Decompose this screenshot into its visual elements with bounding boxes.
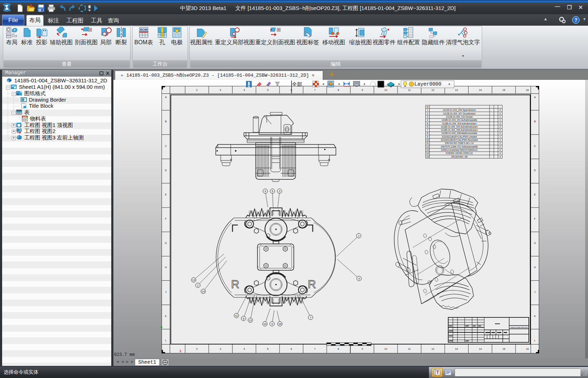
svg-text:3: 3 (220, 89, 221, 91)
svg-text:5: 5 (267, 348, 269, 350)
svg-text:7: 7 (427, 129, 428, 131)
svg-text:E: E (534, 193, 536, 196)
svg-text:OR1500400_N5: OR1500400_N5 (451, 155, 468, 158)
svg-text:H: H (534, 266, 536, 269)
svg-text:14135-01-004_010 Deckel: 14135-01-004_010 Deckel (446, 116, 472, 118)
svg-text:2: 2 (500, 145, 501, 148)
svg-text:13: 13 (455, 89, 458, 91)
svg-text:5: 5 (272, 190, 273, 193)
svg-text:K: K (165, 315, 167, 317)
svg-text:7: 7 (314, 89, 316, 91)
svg-text:6: 6 (243, 317, 244, 320)
svg-text:10: 10 (264, 322, 266, 326)
svg-text:16: 16 (526, 89, 529, 91)
svg-text:1: 1 (358, 234, 359, 237)
svg-text:1: 1 (500, 136, 501, 138)
svg-text:15: 15 (502, 348, 505, 350)
svg-text:1: 1 (427, 109, 428, 111)
svg-text:1: 1 (500, 116, 501, 118)
svg-text:D: D (165, 169, 167, 172)
svg-text:2: 2 (500, 109, 501, 111)
svg-text:2: 2 (197, 284, 199, 287)
svg-text:11: 11 (408, 348, 410, 350)
svg-text:..: .. (500, 106, 501, 108)
svg-text:G: G (165, 242, 167, 244)
svg-text:B: B (534, 120, 536, 123)
svg-text:9: 9 (427, 136, 428, 138)
svg-text:14135-01-004_006 Spannbolzen: 14135-01-004_006 Spannbolzen (443, 109, 476, 112)
svg-text:8: 8 (338, 89, 339, 91)
svg-text:4: 4 (427, 119, 428, 121)
svg-text:12: 12 (431, 348, 434, 350)
svg-text:Id: Id (426, 106, 429, 108)
svg-text:B: B (165, 120, 167, 123)
svg-text:14185-01-004_003 Aufnahmedorn: 14185-01-004_003 Aufnahmedorn (442, 122, 477, 125)
svg-text:BOM: BOM (23, 116, 27, 118)
svg-text:13: 13 (426, 149, 429, 151)
svg-text:7: 7 (310, 316, 311, 319)
svg-text:DIN7979-12M6.702,'tmitGewindeM: DIN7979-12M6.702,'tmitGewindeM6 (441, 145, 478, 148)
svg-text:E: E (165, 193, 167, 196)
svg-text:A: A (534, 96, 536, 98)
svg-text:?: ? (574, 17, 578, 23)
svg-text:9: 9 (362, 89, 363, 91)
svg-text:6: 6 (291, 348, 292, 350)
svg-text:2: 2 (500, 126, 501, 128)
svg-text:11: 11 (235, 314, 238, 317)
svg-text:16: 16 (526, 348, 529, 350)
svg-text:2: 2 (500, 149, 501, 151)
svg-text:14: 14 (479, 89, 482, 91)
svg-text:3: 3 (279, 190, 280, 193)
svg-text:10: 10 (384, 348, 387, 350)
svg-text:DIN912-ersetztdur'NISO4762M4x1: DIN912-ersetztdur'NISO4762M4x10 (441, 149, 478, 151)
svg-text:3: 3 (427, 116, 428, 118)
svg-text:11: 11 (408, 89, 410, 91)
svg-text:14185-01-004_004 Aufnahmebolz: 14185-01-004_004 Aufnahmebolzen (441, 126, 478, 128)
svg-text:2: 2 (500, 142, 501, 144)
svg-text:9: 9 (265, 190, 266, 193)
svg-text:32326311BODYCALIPER-Linksteil: 32326311BODYCALIPER-Linksteil (442, 136, 477, 138)
svg-text:KOENIG HK040-CK55-111: KOENIG HK040-CK55-111 (446, 152, 473, 154)
svg-text:12: 12 (431, 89, 434, 91)
svg-text:8: 8 (338, 348, 339, 350)
svg-text:X: X (179, 349, 181, 353)
svg-text:14185-01-004_001 Aufnahmeplat: 14185-01-004_001 Aufnahmeplatte (441, 119, 477, 122)
svg-text:..: .. (459, 106, 460, 108)
svg-text:15: 15 (278, 322, 281, 326)
svg-text:5: 5 (427, 122, 428, 125)
svg-text:..: .. (491, 106, 492, 108)
svg-text:14185-01-004_008 Abstimnschei: 14185-01-004_008 Abstimnscheibe (441, 132, 477, 135)
svg-text:14185-01-004_ZSBW~326311-312-2: 14185-01-004_ZSBW~326311-312-2D (510, 327, 528, 328)
svg-text:3: 3 (220, 348, 221, 350)
svg-text:15: 15 (426, 155, 429, 158)
svg-text:J: J (165, 291, 167, 293)
svg-text:F: F (534, 218, 536, 220)
svg-text:5: 5 (267, 89, 269, 91)
svg-text:C: C (165, 145, 167, 147)
svg-text:1: 1 (500, 119, 501, 121)
svg-text:2: 2 (196, 348, 198, 350)
svg-text:2: 2 (196, 89, 198, 91)
svg-text:L: L (165, 339, 167, 342)
svg-text:12: 12 (249, 319, 252, 322)
svg-text:K: K (534, 315, 536, 317)
svg-text:2: 2 (427, 112, 428, 115)
svg-text:14135-01-004_007 Druckbolzen: 14135-01-004_007 Druckbolzen (443, 112, 476, 115)
svg-text:4: 4 (500, 152, 501, 154)
svg-text:10: 10 (384, 89, 387, 91)
svg-text:2: 2 (500, 122, 501, 125)
svg-text:..: .. (495, 106, 497, 108)
svg-text:13: 13 (192, 279, 195, 282)
svg-text:R: R (308, 278, 316, 291)
svg-text:13: 13 (455, 348, 458, 350)
svg-text:A: A (165, 96, 167, 98)
svg-text:DIN EN ISO 2338 5 m6 x: DIN EN ISO 2338 5 m6 x 14 (445, 142, 474, 144)
svg-text:BOM: BOM (140, 28, 148, 31)
svg-text:14: 14 (426, 152, 429, 154)
svg-text:4: 4 (358, 277, 360, 280)
svg-text:8: 8 (427, 132, 428, 134)
svg-text:14: 14 (479, 348, 482, 350)
svg-text:12: 12 (426, 145, 429, 148)
svg-text:14185-01-004_005 Aufnahmebolz: 14185-01-004_005 Aufnahmebolzen (441, 129, 478, 132)
svg-text:D: D (534, 169, 536, 172)
